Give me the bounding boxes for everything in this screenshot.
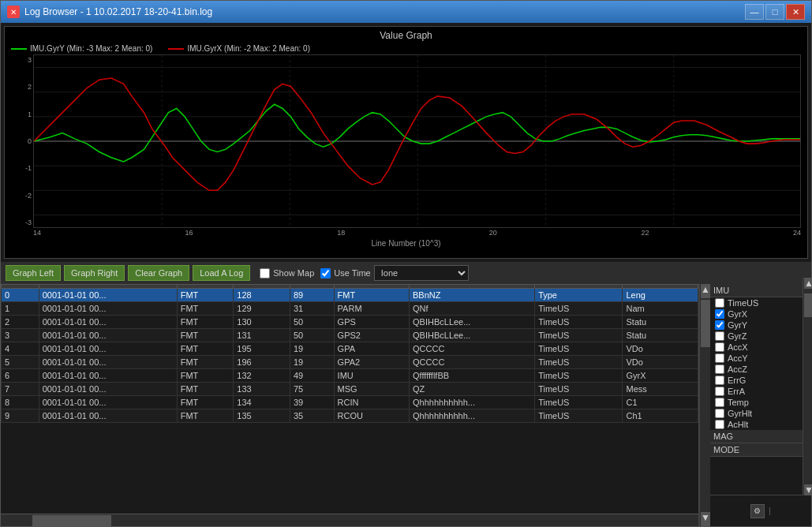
panel-label-gyrx: GyrX [728,309,747,319]
right-panel-scroll-thumb[interactable] [804,293,811,317]
cell-id: 5 [2,356,39,369]
panel-checkbox-gyry[interactable] [715,320,724,330]
panel-checkbox-accy[interactable] [715,353,724,363]
v-scrollbar-down-arrow[interactable]: ▼ [701,512,710,526]
panel-checkbox-gyrz[interactable] [715,331,724,341]
panel-item-gyrhlt[interactable]: GyrHlt [710,408,811,419]
table-row[interactable]: 9 0001-01-01 00... FMT 135 35 RCOU Qhhhh… [2,409,698,423]
cell-col8: Leng [623,289,698,302]
graph-legend: IMU.GyrY (Min: -3 Max: 2 Mean: 0) IMU.Gy… [5,43,807,54]
cell-id: 6 [2,369,39,383]
panel-item-accz[interactable]: AccZ [710,364,811,375]
show-map-checkbox[interactable] [260,268,270,278]
panel-label-accx: AccX [728,342,748,352]
h-scrollbar-thumb[interactable] [32,515,111,526]
cell-col4: 49 [290,369,334,383]
cell-col2: FMT [177,396,234,409]
panel-checkbox-gyrx[interactable] [715,309,724,319]
h-scrollbar[interactable] [1,514,698,526]
cell-col5: GPS [334,316,409,329]
panel-item-gyrx[interactable]: GyrX [710,308,811,320]
cell-col1: 0001-01-01 00... [39,342,177,356]
cell-col7: TimeUS [535,342,623,356]
cell-col3: 128 [234,289,290,302]
load-a-log-button[interactable]: Load A Log [193,265,250,281]
table-v-scrollbar[interactable]: ▲ ▼ [699,284,710,526]
panel-item-erra[interactable]: ErrA [710,386,811,397]
table-row[interactable]: 1 0001-01-01 00... FMT 129 31 PARM QNf T… [2,302,698,316]
panel-group-mode[interactable]: MODE [710,443,811,457]
use-time-select[interactable]: Ione TimeUS GPS [374,265,469,281]
y-tick-m1: -1 [13,164,32,172]
cell-col4: 39 [290,396,334,409]
panel-checkbox-gyrhlt[interactable] [715,409,724,418]
panel-up-button[interactable]: ⚙ [750,504,765,518]
x-tick-16: 16 [185,229,193,237]
use-time-label: Use Time [334,268,370,278]
cell-col4: 50 [290,329,334,342]
cell-col2: FMT [177,342,234,356]
panel-checkbox-temp[interactable] [715,398,724,407]
right-panel-v-scrollbar[interactable]: ▲ ▼ [803,284,811,495]
title-bar-left: ✕ Log Browser - 1 10.02.2017 18-20-41.bi… [7,6,212,18]
panel-item-timeus[interactable]: TimeUS [710,297,811,308]
panel-group-imu[interactable]: IMU [710,284,811,297]
panel-item-errg[interactable]: ErrG [710,375,811,386]
use-time-checkbox[interactable] [320,268,331,278]
panel-group-mag[interactable]: MAG [710,430,811,443]
graph-canvas-wrapper[interactable] [33,54,801,228]
main-content: Value Graph IMU.GyrY (Min: -3 Max: 2 Mea… [1,23,811,526]
maximize-button[interactable]: □ [765,4,784,20]
graph-left-button[interactable]: Graph Left [6,265,61,281]
right-panel-wrapper: ▲ ▼ IMU TimeUS GyrX [699,284,811,526]
cell-col6: QCCCC [410,356,535,369]
show-map-area: Show Map [260,268,314,278]
table-row[interactable]: 6 0001-01-01 00... FMT 132 49 IMU Qfffff… [2,369,698,383]
cell-col6: QBIHBcLLee... [410,316,535,329]
panel-checkbox-erra[interactable] [715,387,724,396]
x-axis-label: Line Number (10^3) [5,237,807,249]
cell-col3: 195 [234,342,290,356]
x-tick-18: 18 [337,229,345,237]
table-row[interactable]: 0 0001-01-01 00... FMT 128 89 FMT BBnNZ … [2,289,698,302]
table-row[interactable]: 4 0001-01-01 00... FMT 195 19 GPA QCCCC … [2,342,698,356]
panel-checkbox-timeus[interactable] [715,298,724,308]
x-tick-14: 14 [33,229,41,237]
cell-col8: GyrX [623,369,698,383]
panel-item-temp[interactable]: Temp [710,397,811,408]
close-button[interactable]: ✕ [786,4,805,20]
panel-checkbox-achlt[interactable] [715,420,724,429]
right-panel-top[interactable]: IMU TimeUS GyrX GyrY GyrZ [710,284,811,495]
cell-col3: 134 [234,396,290,409]
right-panel-scroll-down[interactable]: ▼ [804,484,811,495]
x-axis: 14 16 18 20 22 24 [33,228,801,237]
graph-right-button[interactable]: Graph Right [64,265,125,281]
table-scroll[interactable]: 0 0001-01-01 00... FMT 128 89 FMT BBnNZ … [1,284,698,514]
v-scrollbar-thumb[interactable] [701,300,710,347]
panel-checkbox-accz[interactable] [715,364,724,374]
cell-col2: FMT [177,329,234,342]
panel-item-accy[interactable]: AccY [710,353,811,364]
cell-id: 8 [2,396,39,409]
clear-graph-button[interactable]: Clear Graph [128,265,189,281]
right-panel-scroll-up[interactable]: ▲ [804,284,811,289]
panel-item-gyry[interactable]: GyrY [710,320,811,331]
cell-col2: FMT [177,289,234,302]
panel-item-gyrz[interactable]: GyrZ [710,331,811,342]
table-row[interactable]: 3 0001-01-01 00... FMT 131 50 GPS2 QBIHB… [2,329,698,342]
table-row[interactable]: 7 0001-01-01 00... FMT 133 75 MSG QZ Tim… [2,383,698,396]
cell-col8: Nam [623,302,698,316]
table-row[interactable]: 8 0001-01-01 00... FMT 134 39 RCIN Qhhhh… [2,396,698,409]
panel-checkbox-accx[interactable] [715,342,724,352]
panel-item-accx[interactable]: AccX [710,342,811,353]
table-row[interactable]: 5 0001-01-01 00... FMT 196 19 GPA2 QCCCC… [2,356,698,369]
v-scrollbar-up-arrow[interactable]: ▲ [701,284,710,298]
right-panel: IMU TimeUS GyrX GyrY GyrZ [710,284,811,526]
cell-col6: QCCCC [410,342,535,356]
cell-col5: IMU [334,369,409,383]
table-row[interactable]: 2 0001-01-01 00... FMT 130 50 GPS QBIHBc… [2,316,698,329]
table-body: 0 0001-01-01 00... FMT 128 89 FMT BBnNZ … [2,289,698,423]
minimize-button[interactable]: — [745,4,764,20]
panel-item-achlt[interactable]: AcHlt [710,419,811,430]
panel-checkbox-errg[interactable] [715,376,724,385]
